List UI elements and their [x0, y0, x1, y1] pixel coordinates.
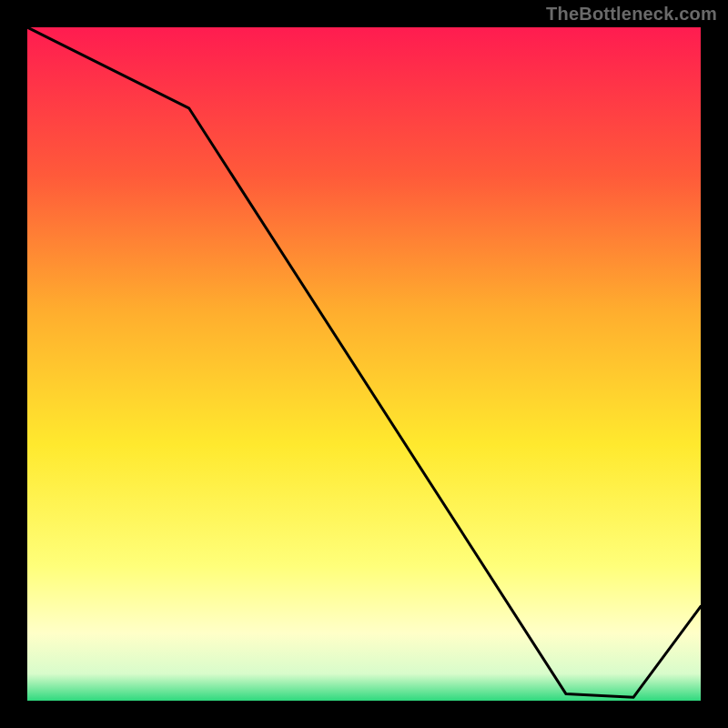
- chart-frame: TheBottleneck.com: [0, 0, 728, 728]
- watermark-text: TheBottleneck.com: [546, 4, 717, 25]
- chart-svg: [27, 27, 701, 701]
- plot-area: [27, 27, 701, 701]
- gradient-background: [27, 27, 701, 701]
